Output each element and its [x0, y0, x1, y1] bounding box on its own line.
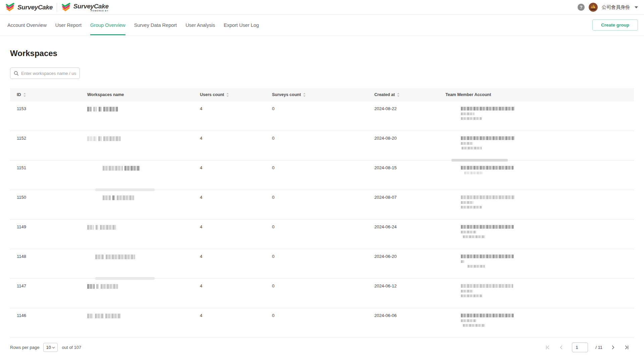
redacted-team-accounts	[461, 224, 634, 238]
redacted-text-bar	[96, 225, 98, 230]
table-row: 1148 4 0 2024-06-20	[10, 249, 634, 279]
tab-user-analysis[interactable]: User Analysis	[182, 15, 218, 35]
redacted-text-bar	[461, 225, 514, 229]
redacted-text-bar	[95, 255, 104, 259]
cell-users-count: 4	[193, 308, 265, 337]
redacted-team-accounts	[461, 254, 634, 268]
column-header-id[interactable]: ID	[10, 92, 80, 97]
cell-created-at: 2024-08-20	[368, 131, 439, 160]
column-label: Users count	[200, 92, 224, 97]
cell-created-at: 2024-06-24	[368, 220, 439, 249]
redacted-team-accounts	[461, 165, 634, 174]
main-content: Workspaces IDWorkspaces nameUsers countS…	[0, 49, 644, 357]
topbar-right: ? 公司會員身份	[578, 3, 638, 12]
cell-users-count: 4	[193, 101, 265, 131]
sort-icon[interactable]	[303, 93, 306, 97]
cell-id: 1153	[10, 101, 80, 131]
cell-created-at: 2024-06-06	[368, 308, 439, 337]
last-page-icon	[624, 345, 629, 350]
redacted-text-bar	[461, 201, 474, 204]
avatar[interactable]	[589, 3, 598, 12]
brand-wordmark-text: SurveyCake	[73, 3, 109, 10]
create-group-button[interactable]: Create group	[592, 19, 638, 31]
rows-per-page-group: Rows per page 10 out of 107	[10, 343, 81, 352]
sort-icon[interactable]	[226, 93, 229, 97]
cell-id: 1151	[10, 161, 80, 190]
redacted-text-bar	[87, 107, 92, 111]
redacted-text-bar	[461, 206, 482, 209]
cell-created-at: 2024-08-22	[368, 101, 439, 131]
cell-surveys-count: 0	[265, 308, 368, 337]
tab-user-report[interactable]: User Report	[52, 15, 85, 35]
redacted-text-bar	[461, 107, 515, 110]
page-number-input[interactable]	[572, 343, 588, 352]
sort-icon[interactable]	[397, 93, 400, 97]
cell-created-at: 2024-06-20	[368, 249, 439, 278]
column-header-surveys-count[interactable]: Surveys count	[265, 92, 368, 97]
rows-per-page-select[interactable]: 10	[43, 343, 58, 352]
cell-users-count: 4	[193, 190, 265, 219]
chevron-right-icon	[610, 345, 615, 350]
page-title: Workspaces	[10, 49, 634, 58]
redacted-text-bar	[463, 324, 485, 327]
first-page-button[interactable]	[544, 344, 551, 351]
redacted-text-bar	[461, 284, 513, 288]
table-body: 1153 4 0 2024-08-22 1152 4 0 2024-08-20 …	[10, 101, 634, 338]
cell-workspace-name	[80, 190, 193, 219]
search-box[interactable]	[10, 67, 80, 79]
cell-id: 1150	[10, 190, 80, 219]
redacted-text-bar	[461, 142, 473, 145]
cell-users-count: 4	[193, 220, 265, 249]
redacted-text-bar	[112, 195, 115, 200]
redacted-text-bar	[117, 195, 134, 200]
surveycake-logo-icon	[5, 3, 15, 12]
cell-workspace-name	[80, 279, 193, 308]
redacted-workspace-name	[87, 225, 116, 230]
redacted-text-bar	[105, 314, 121, 318]
cell-team-member-account	[439, 190, 634, 219]
cell-id: 1148	[10, 249, 80, 278]
tab-survey-data-report[interactable]: Survey Data Report	[131, 15, 180, 35]
first-page-icon	[545, 345, 550, 350]
column-header-created-at[interactable]: Created at	[368, 92, 439, 97]
chevron-down-icon	[52, 347, 55, 349]
search-input[interactable]	[21, 71, 76, 76]
redacted-text-bar	[103, 166, 123, 171]
redacted-text-bar	[461, 166, 514, 170]
redacted-text-bar	[87, 136, 97, 141]
last-page-button[interactable]	[624, 344, 630, 351]
brand-wordmark: SurveyCake	[17, 4, 53, 10]
next-page-button[interactable]	[610, 344, 616, 351]
redacted-text-bar	[468, 265, 485, 268]
rows-per-page-value: 10	[46, 345, 51, 350]
cell-workspace-name	[80, 249, 193, 278]
redacted-text-bar	[462, 147, 482, 149]
table-row: 1150 4 0 2024-08-07	[10, 190, 634, 220]
logo-divider	[57, 3, 57, 12]
redacted-text-bar	[100, 225, 116, 230]
previous-page-button[interactable]	[558, 344, 565, 351]
redacted-text-bar	[461, 290, 473, 292]
tab-group-overview[interactable]: Group Overview	[87, 15, 128, 35]
redacted-text-bar	[463, 235, 485, 238]
cell-workspace-name	[80, 161, 193, 190]
column-label: Team Member Account	[445, 92, 491, 97]
page-total-label: / 11	[595, 345, 602, 350]
chevron-down-icon[interactable]	[635, 6, 638, 8]
topbar: SurveyCake SurveyCake POWERED BY ?	[0, 0, 644, 15]
account-role-label[interactable]: 公司會員身份	[602, 4, 630, 10]
redacted-workspace-name	[87, 284, 118, 289]
cell-surveys-count: 0	[265, 249, 368, 278]
help-icon[interactable]: ?	[578, 4, 585, 11]
redacted-text-bar	[87, 225, 94, 230]
sort-icon[interactable]	[23, 93, 26, 97]
surveycake-powered-logo: SurveyCake POWERED BY	[61, 3, 109, 12]
table-footer: Rows per page 10 out of 107	[10, 338, 634, 357]
column-header-users-count[interactable]: Users count	[193, 92, 265, 97]
tab-account-overview[interactable]: Account Overview	[4, 15, 50, 35]
pagination-controls: / 11	[544, 343, 630, 352]
table-row: 1153 4 0 2024-08-22	[10, 101, 634, 131]
tab-export-user-log[interactable]: Export User Log	[221, 15, 262, 35]
cell-id: 1152	[10, 131, 80, 160]
column-label: Workspaces name	[87, 92, 124, 97]
